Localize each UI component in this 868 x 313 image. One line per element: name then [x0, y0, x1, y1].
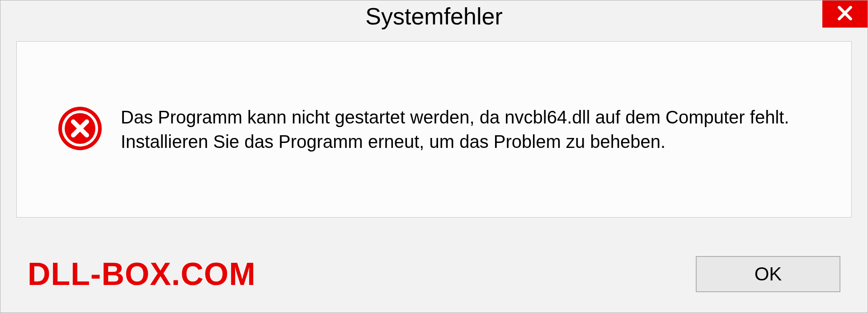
titlebar: Systemfehler	[0, 0, 868, 32]
watermark-text: DLL-BOX.COM	[28, 256, 256, 292]
error-icon	[57, 106, 103, 153]
footer: DLL-BOX.COM OK	[0, 236, 868, 313]
message-panel: Das Programm kann nicht gestartet werden…	[16, 41, 852, 218]
close-icon	[836, 5, 854, 24]
close-button[interactable]	[822, 0, 868, 28]
dialog-title: Systemfehler	[365, 3, 502, 30]
error-message: Das Programm kann nicht gestartet werden…	[121, 105, 799, 154]
ok-button[interactable]: OK	[696, 256, 840, 292]
